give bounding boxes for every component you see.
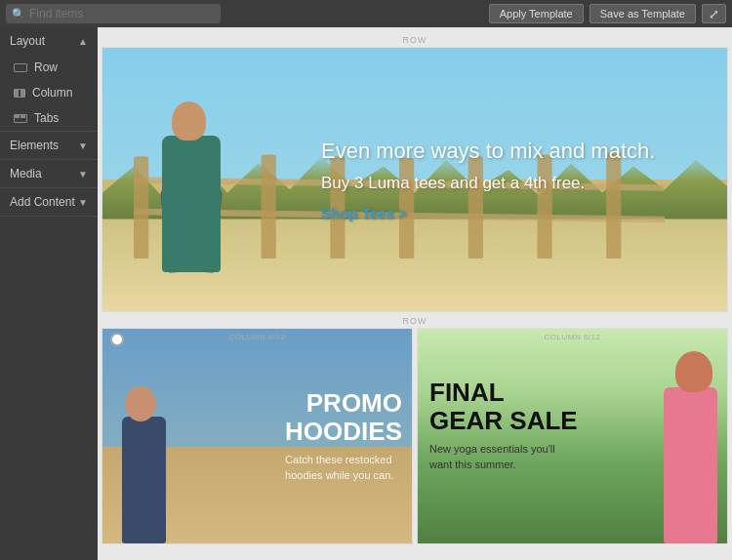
- sidebar-item-tabs[interactable]: Tabs: [0, 105, 98, 131]
- col1-label: COLUMN 6/12: [229, 333, 286, 341]
- sidebar-media-label: Media: [10, 167, 42, 180]
- promo-title: PROMO HOODIES: [285, 389, 402, 445]
- canvas: ROW: [98, 27, 732, 548]
- search-icon: 🔍: [12, 8, 25, 20]
- person-head: [172, 101, 206, 140]
- chevron-down-icon-addcontent: ▼: [78, 197, 88, 208]
- gear-person-body: [664, 387, 717, 543]
- search-input[interactable]: [29, 7, 215, 20]
- gear-title: FINAL GEAR SALE: [429, 379, 578, 434]
- banner-link[interactable]: Shop Tees >: [321, 204, 407, 220]
- apply-template-button[interactable]: Apply Template: [489, 4, 584, 23]
- col1-select[interactable]: [110, 333, 124, 346]
- sidebar-elements-header[interactable]: Elements ▼: [0, 132, 98, 159]
- sidebar-layout-label: Layout: [10, 34, 45, 48]
- gear-body-text: New yoga essentials you'llwant this summ…: [429, 442, 578, 472]
- col2-label: COLUMN 6/12: [545, 333, 601, 341]
- gear-person-head: [675, 351, 712, 392]
- sidebar-addcontent-header[interactable]: Add Content ▼: [0, 188, 98, 216]
- banner-headline: Even more ways to mix and match.: [321, 138, 655, 166]
- gear-panel[interactable]: COLUMN 6/12 FINAL GEAR SA: [417, 328, 728, 544]
- sidebar-item-row-label: Row: [34, 60, 58, 74]
- gear-text-overlay: FINAL GEAR SALE New yoga essentials you'…: [429, 379, 578, 472]
- expand-button[interactable]: ⤢: [702, 4, 726, 23]
- sidebar-addcontent-label: Add Content: [10, 195, 75, 209]
- sidebar-elements-label: Elements: [10, 139, 59, 152]
- row-label-2: ROW: [102, 316, 728, 326]
- promo-text-overlay: PROMO HOODIES Catch these restockedhoodi…: [285, 389, 402, 483]
- promo-head: [125, 386, 156, 421]
- search-box[interactable]: 🔍: [6, 4, 221, 23]
- sidebar-item-column[interactable]: Column: [0, 80, 98, 105]
- promo-body: [122, 417, 166, 543]
- banner-row[interactable]: Even more ways to mix and match. Buy 3 L…: [102, 47, 728, 312]
- main-area: Layout ▲ Row Column Tabs Eleme: [0, 27, 732, 560]
- banner-image: Even more ways to mix and match. Buy 3 L…: [102, 48, 727, 311]
- toolbar: 🔍 Apply Template Save as Template ⤢: [0, 0, 732, 27]
- gear-image: FINAL GEAR SALE New yoga essentials you'…: [418, 329, 727, 543]
- sidebar-layout-section: Layout ▲ Row Column Tabs: [0, 27, 98, 132]
- chevron-up-icon: ▲: [78, 36, 88, 47]
- sidebar-item-tabs-label: Tabs: [34, 111, 59, 125]
- sidebar-media-header[interactable]: Media ▼: [0, 160, 98, 187]
- save-template-button[interactable]: Save as Template: [590, 4, 696, 23]
- tabs-icon: [14, 114, 27, 123]
- promo-image: PROMO HOODIES Catch these restockedhoodi…: [102, 329, 412, 543]
- sidebar-elements-section: Elements ▼: [0, 132, 98, 160]
- gear-person: [639, 339, 727, 543]
- sidebar-addcontent-section: Add Content ▼: [0, 188, 98, 217]
- svg-rect-2: [134, 156, 148, 259]
- sidebar-media-section: Media ▼: [0, 160, 98, 188]
- banner-text-overlay: Even more ways to mix and match. Buy 3 L…: [321, 138, 655, 222]
- person-body: [162, 136, 221, 272]
- promo-person: [107, 368, 185, 543]
- row-icon: [14, 63, 27, 72]
- banner-person: [152, 92, 250, 272]
- sidebar-layout-header[interactable]: Layout ▲: [0, 27, 98, 55]
- sidebar-item-column-label: Column: [32, 86, 72, 100]
- svg-rect-4: [262, 154, 276, 259]
- sidebar: Layout ▲ Row Column Tabs Eleme: [0, 27, 98, 560]
- sidebar-item-row[interactable]: Row: [0, 55, 98, 80]
- promo-body-text: Catch these restockedhoodies while you c…: [285, 453, 402, 483]
- banner-subline: Buy 3 Luma tees and get a 4th free.: [321, 173, 655, 192]
- chevron-down-icon-elements: ▼: [78, 140, 88, 151]
- row-label-1: ROW: [102, 35, 728, 45]
- content-area: ROW: [98, 27, 732, 560]
- two-col-section: COLUMN 6/12 PRO: [102, 328, 728, 544]
- two-col-container: COLUMN 6/12 PRO: [102, 328, 728, 544]
- chevron-down-icon-media: ▼: [78, 169, 88, 180]
- column-icon: [14, 89, 25, 98]
- promo-panel[interactable]: COLUMN 6/12 PRO: [102, 328, 413, 544]
